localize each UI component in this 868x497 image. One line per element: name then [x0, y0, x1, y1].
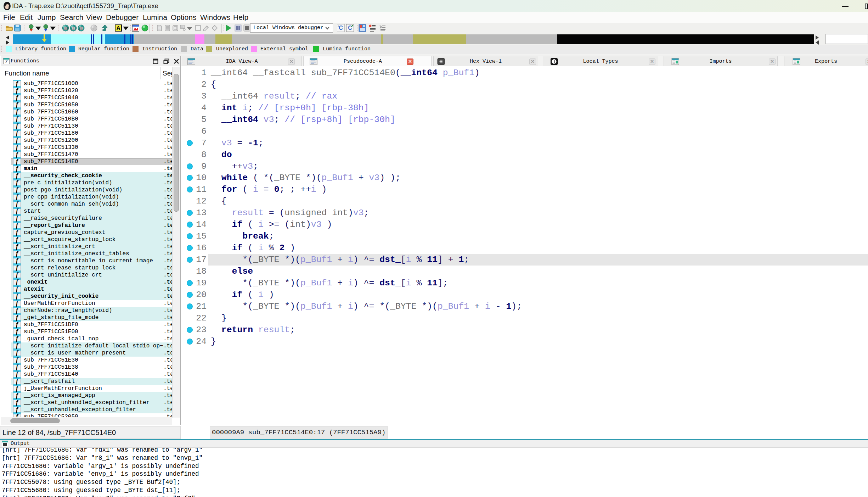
svg-text:7: 7 [5, 59, 8, 64]
